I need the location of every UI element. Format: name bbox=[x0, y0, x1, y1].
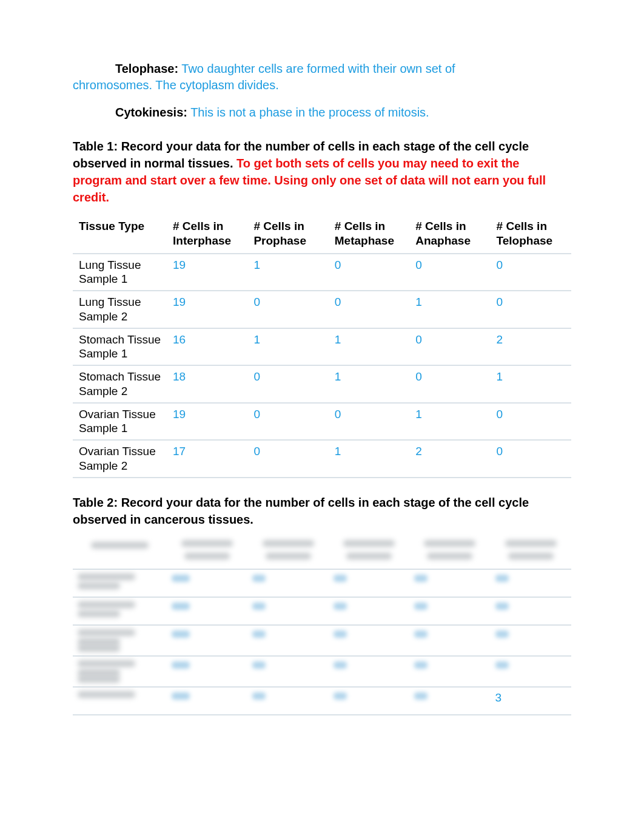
tissue-cell: Lung Tissue Sample 2 bbox=[73, 291, 167, 328]
blurred-text bbox=[414, 575, 428, 582]
value-cell: 0 bbox=[409, 254, 490, 291]
value-cell: 18 bbox=[167, 365, 247, 403]
table-row: Lung Tissue Sample 2 19 0 0 1 0 bbox=[73, 291, 571, 328]
col-anaphase: # Cells in Anaphase bbox=[409, 214, 490, 254]
value-cell: 0 bbox=[409, 365, 490, 403]
value-cell: 3 bbox=[495, 691, 502, 704]
table2-caption: Table 2: Record your data for the number… bbox=[73, 494, 571, 528]
value-cell: 1 bbox=[409, 291, 490, 328]
value-cell: 19 bbox=[167, 291, 247, 328]
blurred-text bbox=[414, 630, 428, 638]
col-tissue-type: Tissue Type bbox=[73, 214, 167, 254]
value-cell: 1 bbox=[491, 365, 571, 403]
telophase-text-line2: chromosomes. The cytoplasm divides. bbox=[73, 78, 279, 92]
blurred-text bbox=[252, 603, 266, 610]
blurred-text bbox=[91, 542, 149, 549]
table-row: Stomach Tissue Sample 1 16 1 1 0 2 bbox=[73, 328, 571, 366]
col-interphase: # Cells in Interphase bbox=[167, 214, 247, 254]
telophase-text-line1: Two daughter cells are formed with their… bbox=[178, 62, 455, 75]
blurred-text bbox=[414, 661, 428, 669]
value-cell: 16 bbox=[167, 328, 247, 366]
blurred-text bbox=[424, 540, 475, 547]
blurred-text bbox=[508, 553, 554, 559]
blurred-text bbox=[184, 553, 230, 559]
blurred-text bbox=[334, 630, 347, 638]
value-cell: 0 bbox=[491, 440, 571, 478]
table1-header-row: Tissue Type # Cells in Interphase # Cell… bbox=[73, 214, 571, 254]
value-cell: 0 bbox=[329, 291, 409, 328]
blurred-text bbox=[252, 661, 266, 669]
cytokinesis-text: This is not a phase in the process of mi… bbox=[187, 106, 429, 119]
blurred-text bbox=[346, 553, 392, 559]
table2-blurred: 3 bbox=[73, 536, 571, 715]
table1-caption: Table 1: Record your data for the number… bbox=[73, 138, 571, 206]
table-row bbox=[73, 569, 571, 597]
blurred-text bbox=[334, 603, 347, 610]
blurred-text bbox=[495, 630, 509, 638]
value-cell: 0 bbox=[247, 291, 328, 328]
table-row bbox=[73, 597, 571, 625]
blurred-text bbox=[263, 540, 314, 547]
blurred-text bbox=[252, 575, 266, 582]
value-cell: 1 bbox=[329, 328, 409, 366]
blurred-text bbox=[78, 583, 120, 589]
blurred-text bbox=[78, 573, 135, 580]
document-page: Telophase: Two daughter cells are formed… bbox=[0, 0, 644, 740]
value-cell: 19 bbox=[167, 254, 247, 291]
table-row: Stomach Tissue Sample 2 18 0 1 0 1 bbox=[73, 365, 571, 403]
value-cell: 0 bbox=[329, 254, 409, 291]
blurred-text bbox=[78, 629, 135, 636]
blurred-text bbox=[172, 603, 190, 610]
blurred-text bbox=[172, 630, 190, 638]
tissue-cell: Stomach Tissue Sample 2 bbox=[73, 365, 167, 403]
table1: Tissue Type # Cells in Interphase # Cell… bbox=[73, 214, 571, 478]
blurred-text bbox=[78, 660, 135, 667]
value-cell: 0 bbox=[491, 254, 571, 291]
value-cell: 1 bbox=[329, 440, 409, 478]
blurred-text bbox=[495, 575, 509, 582]
telophase-definition: Telophase: Two daughter cells are formed… bbox=[73, 61, 571, 93]
value-cell: 2 bbox=[409, 440, 490, 478]
cytokinesis-label: Cytokinesis: bbox=[115, 106, 187, 119]
table-row bbox=[73, 656, 571, 687]
blurred-text bbox=[427, 553, 472, 559]
tissue-cell: Lung Tissue Sample 1 bbox=[73, 254, 167, 291]
blurred-text bbox=[414, 603, 428, 610]
blurred-text bbox=[78, 638, 120, 645]
blurred-text bbox=[334, 661, 347, 669]
blurred-text bbox=[505, 540, 557, 547]
blurred-text bbox=[78, 601, 135, 608]
blurred-text bbox=[252, 692, 266, 700]
value-cell: 0 bbox=[247, 365, 328, 403]
cytokinesis-definition: Cytokinesis: This is not a phase in the … bbox=[73, 104, 571, 121]
value-cell: 0 bbox=[329, 403, 409, 441]
blurred-text bbox=[343, 540, 395, 547]
telophase-label: Telophase: bbox=[115, 62, 178, 75]
col-prophase: # Cells in Prophase bbox=[247, 214, 328, 254]
blurred-text bbox=[266, 553, 311, 559]
blurred-text bbox=[252, 630, 266, 638]
value-cell: 0 bbox=[247, 440, 328, 478]
blurred-text bbox=[78, 691, 135, 698]
blurred-text bbox=[181, 540, 233, 547]
blurred-text bbox=[78, 610, 120, 617]
value-cell: 1 bbox=[247, 254, 328, 291]
table-row: Ovarian Tissue Sample 2 17 0 1 2 0 bbox=[73, 440, 571, 478]
tissue-cell: Ovarian Tissue Sample 2 bbox=[73, 440, 167, 478]
value-cell: 0 bbox=[491, 403, 571, 441]
value-cell: 0 bbox=[409, 328, 490, 366]
blurred-text bbox=[78, 669, 120, 676]
table-row: Lung Tissue Sample 1 19 1 0 0 0 bbox=[73, 254, 571, 291]
value-cell: 0 bbox=[491, 291, 571, 328]
value-cell: 19 bbox=[167, 403, 247, 441]
blurred-text bbox=[172, 661, 190, 669]
tissue-cell: Stomach Tissue Sample 1 bbox=[73, 328, 167, 366]
blurred-text bbox=[172, 692, 190, 700]
table2-header-row bbox=[73, 536, 571, 569]
blurred-text bbox=[172, 575, 190, 582]
value-cell: 17 bbox=[167, 440, 247, 478]
col-metaphase: # Cells in Metaphase bbox=[329, 214, 409, 254]
blurred-text bbox=[334, 692, 347, 700]
table-row bbox=[73, 625, 571, 656]
tissue-cell: Ovarian Tissue Sample 1 bbox=[73, 403, 167, 441]
